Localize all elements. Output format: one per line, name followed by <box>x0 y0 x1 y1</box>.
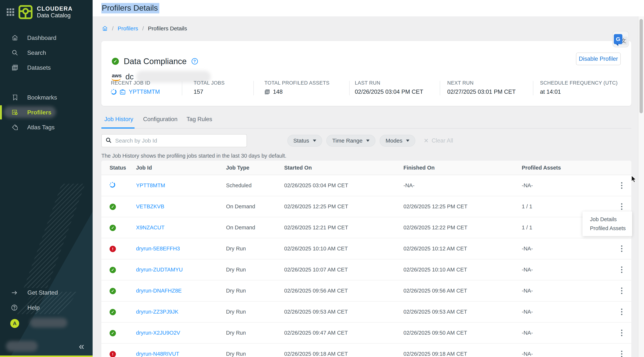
row-actions-kebab[interactable] <box>618 288 625 294</box>
app-launcher-icon[interactable] <box>7 8 14 16</box>
job-id-link[interactable]: X9NZACUT <box>136 224 226 231</box>
row-actions-kebab[interactable] <box>618 330 625 336</box>
col-job-id: Job Id <box>136 165 226 171</box>
sidebar-item-datasets[interactable]: Datasets <box>0 60 92 75</box>
get-started-link[interactable]: Get Started <box>10 289 58 296</box>
stat-next-run: NEXT RUN 02/27/2025 03:01 PM CET <box>447 80 516 95</box>
help-link[interactable]: Help <box>10 304 40 311</box>
google-translate-extension-icon[interactable]: G 文 <box>612 31 629 47</box>
stat-divider <box>440 81 440 96</box>
footer-item-redacted[interactable] <box>6 341 38 352</box>
job-id-link[interactable]: dryrun-ZZ3PJ9JK <box>136 309 226 315</box>
profiler-help-icon[interactable]: ? <box>192 58 198 64</box>
job-type: Dry Run <box>226 288 284 294</box>
finished-on: 02/26/2025 12:22 PM CET <box>404 224 522 231</box>
status-icon <box>110 225 116 231</box>
mouse-cursor <box>631 175 638 183</box>
job-id-link[interactable]: YPTT8MTM <box>136 182 226 188</box>
sidebar-item-search[interactable]: Search <box>0 45 92 60</box>
sidebar-item-profilers[interactable]: Profilers <box>0 105 92 120</box>
stat-divider <box>182 81 182 96</box>
row-actions-kebab[interactable] <box>618 266 625 273</box>
job-id-link[interactable]: dryrun-ZUDTAMYU <box>136 267 226 273</box>
page-title: Profilers Details <box>101 3 159 12</box>
time-range-filter-label: Time Range <box>332 138 362 144</box>
status-filter-dropdown[interactable]: Status <box>287 135 322 147</box>
table-row[interactable]: dryrun-X2JU9O2V Dry Run 02/26/2025 09:47… <box>101 322 631 344</box>
started-on: 02/26/2025 09:47 AM CET <box>284 330 404 336</box>
breadcrumb-separator: / <box>142 25 144 32</box>
col-job-type: Job Type <box>226 165 284 171</box>
row-actions-kebab[interactable] <box>618 246 625 252</box>
running-spinner-icon <box>111 89 116 95</box>
tab-tag-rules[interactable]: Tag Rules <box>186 116 212 122</box>
profiled-assets: -NA- <box>522 330 618 336</box>
filter-bar: Status Time Range Modes ✕ Clear All <box>101 134 453 147</box>
tab-configuration[interactable]: Configuration <box>143 116 178 122</box>
sidebar-item-bookmarks[interactable]: Bookmarks <box>0 90 92 105</box>
row-actions-kebab[interactable] <box>618 351 625 357</box>
status-cell <box>110 308 136 315</box>
job-id-link[interactable]: dryrun-X2JU9O2V <box>136 330 226 336</box>
sidebar-item-label: Atlas Tags <box>27 124 54 131</box>
job-type: Dry Run <box>226 267 284 273</box>
table-row[interactable]: dryrun-ZZ3PJ9JK Dry Run 02/26/2025 09:53… <box>101 302 631 322</box>
sidebar-item-dashboard[interactable]: Dashboard <box>0 30 92 45</box>
modes-filter-label: Modes <box>386 138 402 144</box>
stat-label: TOTAL PROFILED ASSETS <box>264 80 330 86</box>
home-icon[interactable] <box>102 26 108 32</box>
menu-item-job-details[interactable]: Job Details <box>582 215 632 224</box>
sidebar-footer: Get Started Help A « <box>0 282 92 357</box>
stat-label: RECENT JOB ID <box>111 80 160 86</box>
table-row[interactable]: X9NZACUT On Demand 02/26/2025 12:21 PM C… <box>101 217 631 238</box>
job-id-link[interactable]: VETBZKVB <box>136 204 226 210</box>
recent-job-id-link[interactable]: YPTT8MTM <box>129 88 160 95</box>
disable-profiler-button[interactable]: Disable Profiler <box>576 52 621 65</box>
time-range-filter-dropdown[interactable]: Time Range <box>326 135 376 147</box>
table-row[interactable]: dryrun-N48RIVUT Dry Run 02/26/2025 09:18… <box>101 344 631 357</box>
status-cell <box>110 203 136 210</box>
started-on: 02/26/2025 09:18 AM CET <box>284 351 404 357</box>
started-on: 02/26/2025 12:25 PM CET <box>284 204 404 210</box>
table-row[interactable]: dryrun-DNAFHZ8E Dry Run 02/26/2025 09:56… <box>101 280 631 302</box>
profiled-assets: -NA- <box>522 267 618 273</box>
breadcrumb-link-profilers[interactable]: Profilers <box>118 25 138 32</box>
scrollbar-thumb[interactable] <box>640 19 643 113</box>
lime-strip <box>0 356 92 357</box>
chevron-down-icon <box>313 140 316 142</box>
bookmark-icon <box>11 94 19 101</box>
job-id-link[interactable]: dryrun-5E8EFFH3 <box>136 246 226 252</box>
collapse-sidebar-button[interactable]: « <box>79 341 84 351</box>
chevron-down-icon <box>406 140 410 142</box>
stat-value: at 14:01 <box>540 88 618 95</box>
tab-job-history[interactable]: Job History <box>104 116 133 122</box>
job-type: Dry Run <box>226 246 284 252</box>
search-input[interactable] <box>115 138 243 144</box>
sidebar-item-atlas-tags[interactable]: Atlas Tags <box>0 120 92 135</box>
table-row[interactable]: dryrun-5E8EFFH3 Dry Run 02/26/2025 10:10… <box>101 238 631 259</box>
table-row[interactable]: dryrun-ZUDTAMYU Dry Run 02/26/2025 10:07… <box>101 259 631 280</box>
status-cell <box>110 351 136 357</box>
modes-filter-dropdown[interactable]: Modes <box>380 135 415 147</box>
table-row[interactable]: VETBZKVB On Demand 02/26/2025 12:25 PM C… <box>101 196 631 217</box>
job-type: Scheduled <box>226 182 284 188</box>
row-actions-kebab[interactable] <box>618 203 625 210</box>
sidebar-item-label: Datasets <box>27 64 51 71</box>
user-profile[interactable]: A <box>10 319 19 328</box>
profiler-icon <box>11 109 19 116</box>
table-row[interactable]: YPTT8MTM Scheduled 02/26/2025 03:04 PM C… <box>101 175 631 196</box>
stat-divider <box>533 81 533 96</box>
stat-recent-job-id: RECENT JOB ID YPTT8MTM <box>111 80 160 95</box>
datasets-icon <box>11 64 19 71</box>
job-id-link[interactable]: dryrun-N48RIVUT <box>136 351 226 357</box>
vertical-scrollbar[interactable] <box>638 16 644 357</box>
menu-item-profiled-assets[interactable]: Profiled Assets <box>582 224 632 233</box>
row-actions-kebab[interactable] <box>618 308 625 315</box>
chevron-down-icon <box>366 140 370 142</box>
job-id-link[interactable]: dryrun-DNAFHZ8E <box>136 288 226 294</box>
row-actions-kebab[interactable] <box>618 182 625 189</box>
avatar[interactable]: A <box>10 319 19 328</box>
col-finished-on: Finished On <box>404 165 522 171</box>
clear-all-button[interactable]: ✕ Clear All <box>424 137 453 144</box>
profiled-assets: -NA- <box>522 182 618 188</box>
